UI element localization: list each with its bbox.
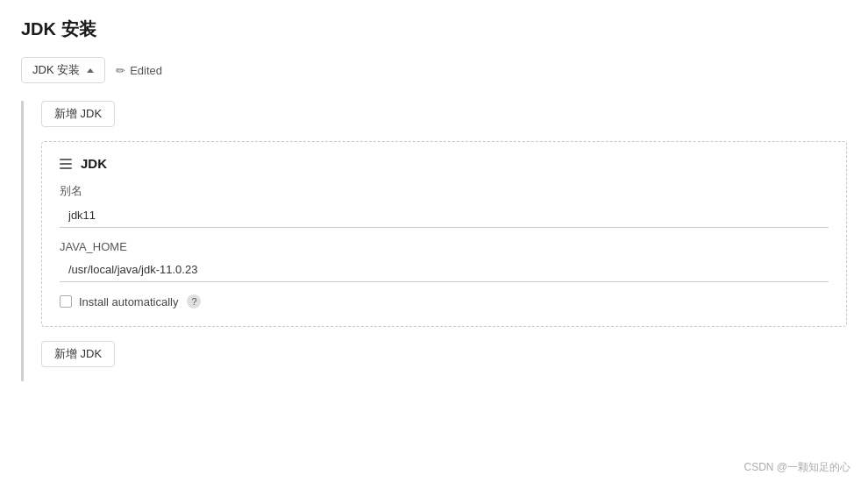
add-jdk-bottom-button[interactable]: 新增 JDK xyxy=(41,341,115,367)
alias-label: 别名 xyxy=(60,183,829,199)
java-home-label: JAVA_HOME xyxy=(60,240,829,253)
alias-input[interactable] xyxy=(60,203,829,228)
install-auto-checkbox[interactable] xyxy=(60,295,72,308)
java-home-input[interactable] xyxy=(60,258,829,282)
chevron-up-icon xyxy=(87,68,94,73)
toolbar: JDK 安装 ✏ Edited xyxy=(21,57,847,83)
drag-handle-icon[interactable] xyxy=(60,159,72,169)
jdk-card-title: JDK xyxy=(81,156,107,171)
breadcrumb-label: JDK 安装 xyxy=(32,62,80,78)
breadcrumb-button[interactable]: JDK 安装 xyxy=(21,57,105,83)
java-home-field-group: JAVA_HOME xyxy=(60,240,829,282)
install-auto-help-icon[interactable]: ? xyxy=(187,294,201,308)
csdn-watermark: CSDN @一颗知足的心 xyxy=(743,460,850,475)
page-title: JDK 安装 xyxy=(21,18,847,41)
edited-text: Edited xyxy=(130,64,162,77)
jdk-card-header: JDK xyxy=(60,156,829,171)
page-container: JDK 安装 JDK 安装 ✏ Edited 新增 JDK JDK xyxy=(0,0,868,489)
install-auto-label: Install automatically xyxy=(79,295,178,308)
alias-field-group: 别名 xyxy=(60,183,829,228)
edited-status: ✏ Edited xyxy=(116,64,162,77)
pencil-icon: ✏ xyxy=(116,64,125,77)
left-border-section: 新增 JDK JDK 别名 JAVA_HOME In xyxy=(21,101,847,381)
jdk-card: JDK 别名 JAVA_HOME Install automatically ? xyxy=(41,141,847,327)
install-auto-row: Install automatically ? xyxy=(60,294,829,308)
footer-bar: 新增 JDK xyxy=(41,341,847,381)
add-jdk-top-button[interactable]: 新增 JDK xyxy=(41,101,115,127)
